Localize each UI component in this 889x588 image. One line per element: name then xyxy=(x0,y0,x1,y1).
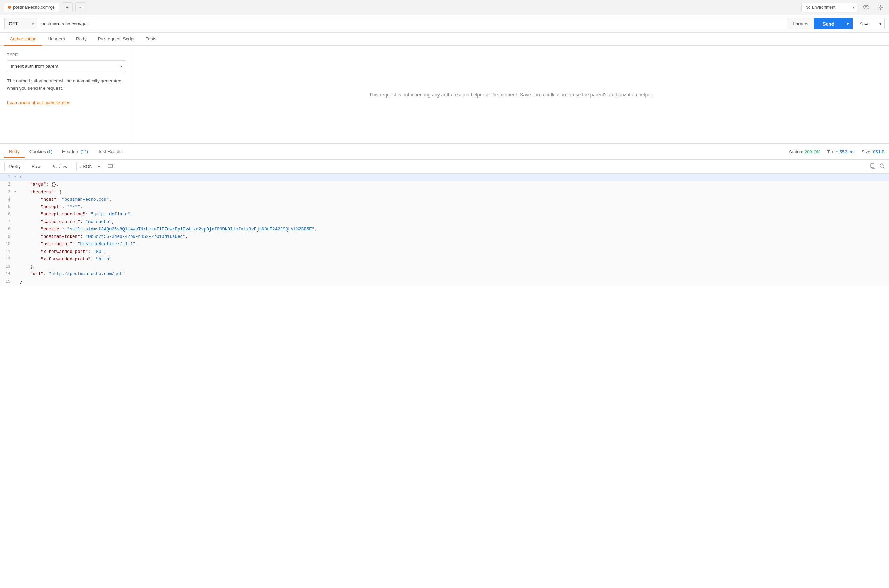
method-select-wrap: GET POST PUT DELETE PATCH xyxy=(4,18,37,30)
code-line: 13 }, xyxy=(0,263,889,270)
resp-tab-headers[interactable]: Headers (14) xyxy=(57,146,93,158)
auth-left: TYPE No Auth Bearer Token Basic Auth Dig… xyxy=(0,46,133,144)
add-tab-button[interactable]: + xyxy=(62,3,73,12)
line-number: 2 xyxy=(0,181,14,188)
active-tab[interactable]: postman-echo.com/ge xyxy=(3,3,59,12)
send-dropdown-button[interactable]: ▾ xyxy=(843,18,853,30)
tab-dot xyxy=(8,6,11,9)
fmt-pretty[interactable]: Pretty xyxy=(4,162,25,171)
line-content: "accept-encoding": "gzip, deflate", xyxy=(19,211,889,218)
fmt-dropdown[interactable]: JSON XML HTML Text xyxy=(76,162,102,171)
tab-body[interactable]: Body xyxy=(70,33,92,46)
fmt-dropdown-wrap: JSON XML HTML Text xyxy=(76,162,102,171)
resp-tab-test-results[interactable]: Test Results xyxy=(93,146,128,158)
tab-tests[interactable]: Tests xyxy=(140,33,162,46)
send-btn-group: Send ▾ xyxy=(814,18,853,30)
code-line: 15 } xyxy=(0,278,889,286)
line-content: "headers": { xyxy=(19,189,889,196)
code-line: 3▾ "headers": { xyxy=(0,189,889,196)
line-content: { xyxy=(19,174,889,181)
line-toggle[interactable]: ▾ xyxy=(14,174,19,180)
line-content: "cookie": "sails.sid=s%3AQu25v8Qli4WpTHr… xyxy=(19,226,889,233)
line-number: 1 xyxy=(0,174,14,181)
line-number: 4 xyxy=(0,196,14,203)
format-bar: Pretty Raw Preview JSON XML HTML Text xyxy=(0,160,889,174)
fmt-preview[interactable]: Preview xyxy=(47,162,72,171)
save-button[interactable]: Save xyxy=(853,18,876,29)
code-line: 5 "accept": "*/*", xyxy=(0,204,889,211)
line-content: "args": {}, xyxy=(19,181,889,188)
env-selector: No Environment xyxy=(801,2,886,13)
save-btn-group: Save ▾ xyxy=(853,18,885,30)
auth-panel: TYPE No Auth Bearer Token Basic Auth Dig… xyxy=(0,46,889,144)
params-button[interactable]: Params xyxy=(787,18,814,30)
line-content: "host": "postman-echo.com", xyxy=(19,196,889,204)
line-content: "postman-token": "0b6d2f56-3deb-42b9-b45… xyxy=(19,233,889,241)
save-dropdown-button[interactable]: ▾ xyxy=(876,18,885,29)
line-number: 13 xyxy=(0,263,14,270)
svg-point-1 xyxy=(880,7,881,8)
env-dropdown[interactable]: No Environment xyxy=(801,3,858,12)
tab-label: postman-echo.com/ge xyxy=(13,5,55,10)
auth-type-select[interactable]: No Auth Bearer Token Basic Auth Digest A… xyxy=(7,60,126,72)
line-number: 14 xyxy=(0,270,14,278)
send-button[interactable]: Send xyxy=(814,18,843,30)
line-number: 6 xyxy=(0,211,14,218)
tab-authorization[interactable]: Authorization xyxy=(4,33,42,46)
url-input[interactable] xyxy=(37,18,787,30)
method-select[interactable]: GET POST PUT DELETE PATCH xyxy=(4,18,37,30)
svg-line-8 xyxy=(883,167,885,168)
top-bar: postman-echo.com/ge + ··· No Environment xyxy=(0,0,889,15)
search-icon[interactable] xyxy=(879,163,885,170)
resp-tab-cookies[interactable]: Cookies (1) xyxy=(24,146,57,158)
code-line: 4 "host": "postman-echo.com", xyxy=(0,196,889,204)
code-line: 9 "postman-token": "0b6d2f56-3deb-42b9-b… xyxy=(0,233,889,241)
fmt-raw[interactable]: Raw xyxy=(27,162,45,171)
type-label: TYPE xyxy=(7,52,126,57)
line-number: 15 xyxy=(0,278,14,285)
code-line: 11 "x-forwarded-port": "80", xyxy=(0,248,889,256)
status-label: Status: 200 OK xyxy=(789,149,820,154)
line-number: 9 xyxy=(0,233,14,240)
auth-learn-more-link[interactable]: Learn more about authorization xyxy=(7,100,70,105)
line-number: 8 xyxy=(0,226,14,233)
tab-pre-request[interactable]: Pre-request Script xyxy=(92,33,140,46)
code-line: 8 "cookie": "sails.sid=s%3AQu25v8Qli4WpT… xyxy=(0,226,889,233)
request-tabs: Authorization Headers Body Pre-request S… xyxy=(0,33,889,46)
status-value: 200 OK xyxy=(805,149,820,154)
line-number: 7 xyxy=(0,219,14,226)
line-toggle[interactable]: ▾ xyxy=(14,189,19,195)
gear-icon[interactable] xyxy=(875,2,886,13)
line-content: "x-forwarded-port": "80", xyxy=(19,248,889,256)
code-line: 12 "x-forwarded-proto": "http" xyxy=(0,256,889,263)
code-line: 14 "url": "http://postman-echo.com/get" xyxy=(0,270,889,278)
auth-right-message: This request is not inheriting any autho… xyxy=(133,46,889,144)
time-value: 552 ms xyxy=(840,149,855,154)
code-line: 6 "accept-encoding": "gzip, deflate", xyxy=(0,211,889,218)
more-options-button[interactable]: ··· xyxy=(75,3,86,12)
eye-icon[interactable] xyxy=(861,2,871,13)
line-content: }, xyxy=(19,263,889,270)
code-line: 7 "cache-control": "no-cache", xyxy=(0,219,889,226)
code-view: 1▾{2 "args": {},3▾ "headers": {4 "host":… xyxy=(0,174,889,286)
code-line: 1▾{ xyxy=(0,174,889,181)
line-content: "cache-control": "no-cache", xyxy=(19,219,889,226)
code-line: 10 "user-agent": "PostmanRuntime/7.1.1", xyxy=(0,241,889,248)
size-label: Size: 851 B xyxy=(861,149,885,154)
copy-icon[interactable] xyxy=(870,163,876,170)
svg-point-0 xyxy=(865,6,867,8)
line-number: 5 xyxy=(0,204,14,210)
size-value: 851 B xyxy=(873,149,885,154)
auth-description: The authorization header will be automat… xyxy=(7,78,126,106)
response-meta: Status: 200 OK Time: 552 ms Size: 851 B xyxy=(789,149,885,154)
resp-tab-body[interactable]: Body xyxy=(4,146,24,158)
response-tabs-bar: Body Cookies (1) Headers (14) Test Resul… xyxy=(0,144,889,160)
tab-headers[interactable]: Headers xyxy=(42,33,70,46)
line-number: 10 xyxy=(0,241,14,248)
line-content: } xyxy=(19,278,889,286)
headers-badge: (14) xyxy=(81,149,88,154)
svg-rect-6 xyxy=(871,164,874,167)
line-number: 12 xyxy=(0,256,14,263)
line-content: "accept": "*/*", xyxy=(19,204,889,211)
wrap-icon[interactable] xyxy=(107,163,114,170)
